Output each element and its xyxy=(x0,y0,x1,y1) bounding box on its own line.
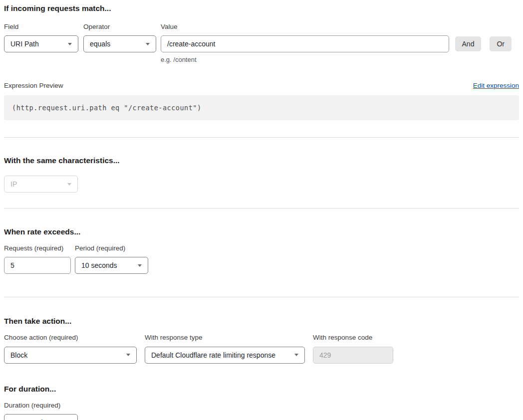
value-input[interactable] xyxy=(161,35,449,52)
match-controls-row: Field URI Path Operator equals Value e.g… xyxy=(4,23,519,64)
section-rate-exceeds: When rate exceeds... Requests (required)… xyxy=(4,227,519,274)
duration-section-heading: For duration... xyxy=(4,385,519,394)
period-label: Period (required) xyxy=(75,245,148,252)
expression-preview-label: Expression Preview xyxy=(4,82,63,89)
field-select-value: URI Path xyxy=(10,40,39,48)
chevron-down-icon xyxy=(67,183,71,186)
requests-input[interactable] xyxy=(4,257,71,274)
expression-preview-code: (http.request.uri.path eq "/create-accou… xyxy=(4,95,519,120)
chevron-down-icon xyxy=(138,264,142,267)
duration-label: Duration (required) xyxy=(4,402,78,410)
response-type-select-value: Default Cloudflare rate limiting respons… xyxy=(151,351,275,359)
field-label: Field xyxy=(4,23,78,31)
or-button[interactable]: Or xyxy=(490,36,512,51)
duration-select[interactable]: 10 seconds xyxy=(4,414,78,420)
section-same-characteristics: With the same characteristics... IP xyxy=(4,156,519,193)
period-select-value: 10 seconds xyxy=(81,261,117,269)
response-type-select[interactable]: Default Cloudflare rate limiting respons… xyxy=(145,347,305,364)
rate-section-heading: When rate exceeds... xyxy=(4,227,519,237)
and-button[interactable]: And xyxy=(455,36,482,51)
value-label: Value xyxy=(161,23,449,31)
operator-label: Operator xyxy=(83,23,156,31)
requests-label: Requests (required) xyxy=(4,245,71,252)
chevron-down-icon xyxy=(126,354,130,356)
response-type-label: With response type xyxy=(145,334,305,342)
section-incoming-requests-match: If incoming requests match... Field URI … xyxy=(4,4,519,120)
chevron-down-icon xyxy=(294,354,298,356)
action-controls-row: Choose action (required) Block With resp… xyxy=(4,334,519,364)
section-take-action: Then take action... Choose action (requi… xyxy=(4,317,519,363)
characteristic-select-value: IP xyxy=(10,180,17,188)
divider xyxy=(4,297,519,297)
divider xyxy=(4,208,519,209)
choose-action-select-value: Block xyxy=(10,351,27,359)
characteristic-select: IP xyxy=(4,176,78,193)
section-for-duration: For duration... Duration (required) 10 s… xyxy=(4,385,519,420)
edit-expression-link[interactable]: Edit expression xyxy=(473,82,519,89)
choose-action-select[interactable]: Block xyxy=(4,347,137,364)
action-section-heading: Then take action... xyxy=(4,317,519,326)
chevron-down-icon xyxy=(146,43,150,45)
value-hint: e.g. /content xyxy=(161,56,449,63)
expression-preview-header: Expression Preview Edit expression xyxy=(4,82,519,89)
divider xyxy=(4,137,519,138)
characteristics-section-heading: With the same characteristics... xyxy=(4,156,519,166)
operator-select[interactable]: equals xyxy=(83,35,156,52)
response-code-label: With response code xyxy=(313,334,393,342)
chevron-down-icon xyxy=(68,43,72,45)
period-select[interactable]: 10 seconds xyxy=(75,257,148,274)
field-select[interactable]: URI Path xyxy=(4,35,78,52)
rate-controls-row: Requests (required) Period (required) 10… xyxy=(4,245,519,274)
choose-action-label: Choose action (required) xyxy=(4,334,137,342)
match-section-heading: If incoming requests match... xyxy=(4,4,519,13)
response-code-input xyxy=(313,347,393,364)
operator-select-value: equals xyxy=(90,40,110,48)
